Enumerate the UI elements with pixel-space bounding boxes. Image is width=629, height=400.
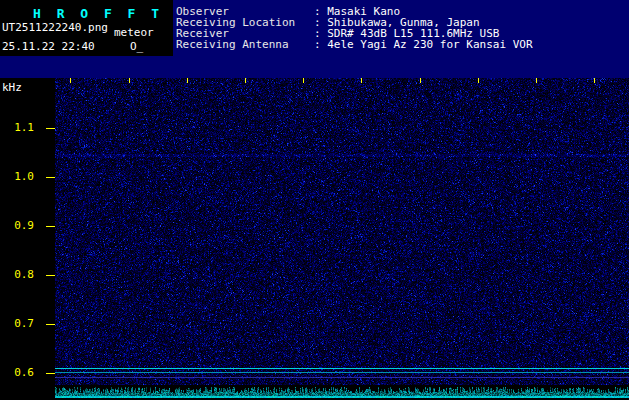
x-tick-mark <box>361 78 362 83</box>
app-title: H R O F F T <box>33 6 163 21</box>
y-tick-label: 0.6 <box>0 367 34 379</box>
x-tick-mark <box>303 78 304 83</box>
header-left-panel: H R O F F T UT2511222240.pngmeteor 25.11… <box>0 0 173 56</box>
y-tick-label: 0.7 <box>0 318 34 330</box>
station-info: Observer : Masaki Kano Receiving Locatio… <box>176 6 533 50</box>
x-tick-mark <box>187 78 188 83</box>
header: H R O F F T UT2511222240.pngmeteor 25.11… <box>0 0 629 78</box>
field-label: Receiving Antenna <box>176 39 314 50</box>
signal-strip-canvas <box>55 385 629 400</box>
y-tick-mark <box>46 373 55 374</box>
spectrogram-canvas <box>55 78 629 385</box>
y-tick-label: 0.8 <box>0 269 34 281</box>
datetime: 25.11.22 22:40 <box>2 40 95 53</box>
output-filename: UT2511222240.pngmeteor <box>2 21 154 34</box>
y-axis-unit: kHz <box>2 81 22 94</box>
field-row-antenna: Receiving Antenna : 4ele Yagi Az 230 for… <box>176 39 533 50</box>
y-tick-label: 0.9 <box>0 220 34 232</box>
field-value: : 4ele Yagi Az 230 for Kansai VOR <box>314 39 533 50</box>
filename-text: UT2511222240.png <box>2 21 108 34</box>
y-tick-mark <box>46 324 55 325</box>
x-tick-mark <box>420 78 421 83</box>
x-tick-mark <box>245 78 246 83</box>
y-tick-label: 1.1 <box>0 122 34 134</box>
x-tick-mark <box>478 78 479 83</box>
x-tick-mark <box>536 78 537 83</box>
y-tick-label: 1.0 <box>0 171 34 183</box>
filename-suffix: meteor <box>114 26 154 39</box>
x-tick-mark <box>594 78 595 83</box>
echo-counter: O_ <box>130 40 143 53</box>
y-tick-mark <box>46 177 55 178</box>
x-tick-mark <box>129 78 130 83</box>
y-tick-mark <box>46 226 55 227</box>
y-tick-mark <box>46 275 55 276</box>
y-tick-mark <box>46 128 55 129</box>
hrofft-screen: H R O F F T UT2511222240.pngmeteor 25.11… <box>0 0 629 400</box>
x-tick-mark <box>70 78 71 83</box>
